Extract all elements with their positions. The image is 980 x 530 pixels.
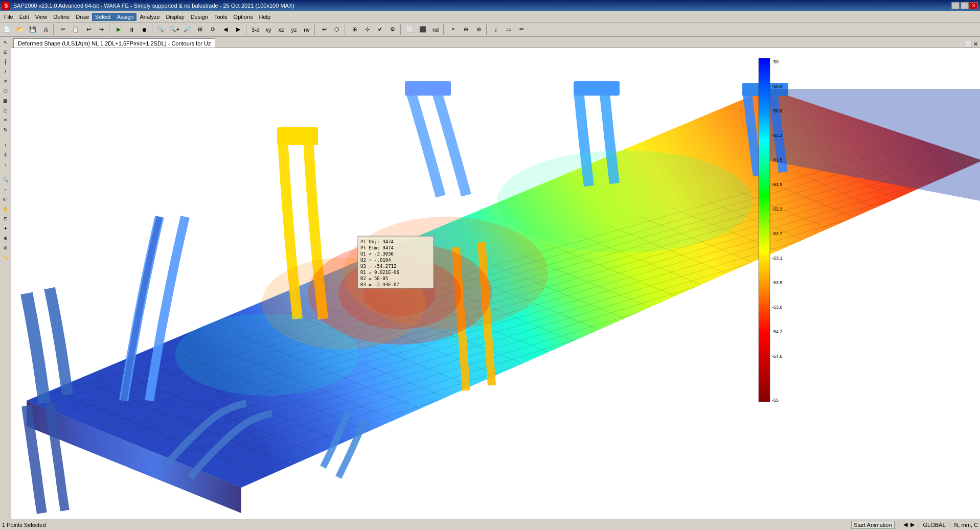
tool-scroll[interactable]: ⇕	[1, 150, 10, 159]
toolbar-xy[interactable]: xy	[262, 24, 275, 35]
info-popup[interactable]: Pt Obj: 9474 Pt Elm: 9474 U1 = -3.3036 U…	[358, 236, 434, 288]
tool-hand[interactable]: ✋	[1, 204, 10, 214]
svg-text:U1 = -3.3036: U1 = -3.3036	[360, 251, 394, 257]
svg-text:-54.6: -54.6	[772, 354, 783, 359]
tool-poly[interactable]: ⬡	[1, 86, 10, 96]
svg-text:-51.5: -51.5	[772, 157, 783, 163]
svg-rect-62	[405, 81, 451, 96]
toolbar-zoom-in[interactable]: 🔍+	[168, 24, 180, 35]
toolbar-settings[interactable]: ⚙	[386, 24, 399, 35]
menu-file[interactable]: File	[1, 13, 16, 21]
toolbar-print[interactable]: 🖨	[39, 24, 52, 35]
tool-label[interactable]: 🏷	[1, 195, 10, 204]
toolbar-abs[interactable]: ⊗	[472, 24, 485, 35]
next-frame-icon[interactable]: ▶	[910, 521, 915, 528]
tab-expand-icon[interactable]: ⬜	[965, 41, 972, 48]
tool-rubber[interactable]: ⊡	[1, 214, 10, 223]
tool-inspect[interactable]: 🔍	[1, 175, 10, 185]
status-selected: 1 Points Selected	[2, 522, 46, 528]
tool-scroll-down[interactable]: ↓	[1, 160, 10, 169]
toolbar-copy[interactable]: 📋	[70, 24, 82, 35]
toolbar-snap[interactable]: ⊹	[361, 24, 373, 35]
toolbar-mesh[interactable]: ⬡	[331, 24, 343, 35]
menu-design[interactable]: Design	[188, 13, 211, 21]
toolbar-yz[interactable]: yz	[288, 24, 300, 35]
tool-magic[interactable]: ✦	[1, 224, 10, 233]
tool-crosshair[interactable]: ┼	[1, 57, 10, 66]
menu-options[interactable]: Options	[231, 13, 256, 21]
toolbar-pan-right[interactable]: ▶	[232, 24, 244, 35]
toolbar-shape[interactable]: ▭	[503, 24, 515, 35]
toolbar-zoom-window[interactable]: 🔎	[181, 24, 193, 35]
minimize-button[interactable]: ─	[951, 2, 960, 9]
menu-display[interactable]: Display	[163, 13, 188, 21]
toolbar-movie[interactable]: ⏺	[138, 24, 150, 35]
toolbar-xz[interactable]: xz	[275, 24, 287, 35]
toolbar-stop[interactable]: ⏸	[125, 24, 138, 35]
viz-canvas: Pt Obj: 9474 Pt Elm: 9474 U1 = -3.3036 U…	[11, 48, 980, 519]
menu-analyze[interactable]: Analyze	[136, 13, 163, 21]
toolbar-zoom-fit[interactable]: ⊞	[194, 24, 206, 35]
toolbar-frame[interactable]: ⬛	[417, 24, 429, 35]
menu-define[interactable]: Define	[50, 13, 73, 21]
view-tab-label: Deformed Shape (ULS1A(m) NL 1.2DL+1.5FPm…	[18, 40, 211, 47]
tool-x[interactable]: ✕	[1, 77, 10, 86]
statusbar: 1 Points Selected Start Animation ◀ ▶ GL…	[0, 519, 980, 530]
toolbar-undo2[interactable]: ↩	[318, 24, 330, 35]
tool-rotate[interactable]: ↻	[1, 125, 10, 134]
svg-text:-50: -50	[772, 59, 779, 64]
toolbar-check[interactable]: ✔	[374, 24, 386, 35]
tool-dimension[interactable]: ↔	[1, 185, 10, 194]
toolbar-edit2[interactable]: ✏	[515, 24, 528, 35]
svg-text:R3 = -2.93E-07: R3 = -2.93E-07	[360, 282, 399, 287]
tool-ruler[interactable]: 📏	[1, 253, 10, 262]
toolbar-cut[interactable]: ✂	[57, 24, 69, 35]
tool-snap2[interactable]: ⊕	[1, 234, 10, 243]
menu-draw[interactable]: Draw	[73, 13, 92, 21]
toolbar-rel[interactable]: ⊕	[460, 24, 472, 35]
toolbar-zoom-out[interactable]: 🔍-	[155, 24, 168, 35]
tool-list[interactable]: ≡	[1, 116, 10, 125]
tool-grid2[interactable]: ▦	[1, 96, 10, 105]
menu-assign[interactable]: Assign	[113, 13, 136, 21]
viewport[interactable]: Pt Obj: 9474 Pt Elm: 9474 U1 = -3.3036 U…	[11, 48, 980, 519]
view-tab[interactable]: Deformed Shape (ULS1A(m) NL 1.2DL+1.5FPm…	[13, 38, 215, 48]
svg-text:-55: -55	[772, 398, 779, 403]
toolbar-save[interactable]: 💾	[27, 24, 39, 35]
toolbar-redo[interactable]: ↪	[95, 24, 107, 35]
toolbar-undo[interactable]: ↩	[82, 24, 95, 35]
tool-rect[interactable]: ◻	[1, 106, 10, 115]
toolbar-zoom-prev[interactable]: ⟳	[207, 24, 219, 35]
menu-help[interactable]: Help	[256, 13, 274, 21]
svg-text:-54.2: -54.2	[772, 329, 783, 334]
prev-frame-icon[interactable]: ◀	[903, 521, 907, 528]
menu-edit[interactable]: Edit	[16, 13, 32, 21]
close-button[interactable]: ✕	[970, 2, 978, 9]
tool-eyedrop[interactable]: ⊘	[1, 243, 10, 252]
toolbar-new[interactable]: 📄	[1, 24, 13, 35]
toolbar-3d[interactable]: 3-d	[249, 24, 262, 35]
svg-text:-52.3: -52.3	[772, 206, 783, 212]
toolbar-pan-left[interactable]: ◀	[219, 24, 232, 35]
menu-view[interactable]: View	[32, 13, 51, 21]
toolbar-grid[interactable]: ⊞	[348, 24, 360, 35]
toolbar-run[interactable]: ▶	[112, 24, 125, 35]
toolbar-nv[interactable]: nv	[301, 24, 313, 35]
status-units: N, mm, C	[954, 522, 978, 528]
maximize-button[interactable]: □	[961, 2, 969, 9]
toolbar-height[interactable]: ↕	[490, 24, 502, 35]
tool-line[interactable]: /	[1, 67, 10, 76]
status-animate[interactable]: Start Animation	[851, 521, 895, 529]
menu-tools[interactable]: Tools	[211, 13, 231, 21]
tool-select[interactable]: ⊡	[1, 48, 10, 57]
toolbar-node[interactable]: ⬜	[404, 24, 416, 35]
tool-scroll-up[interactable]: ↑	[1, 141, 10, 150]
tab-bar: Deformed Shape (ULS1A(m) NL 1.2DL+1.5FPm…	[11, 37, 980, 48]
toolbar-open[interactable]: 📂	[14, 24, 26, 35]
menu-select[interactable]: Select	[92, 13, 114, 21]
toolbar-nd[interactable]: nd	[429, 24, 442, 35]
toolbar-coord[interactable]: ⚬	[447, 24, 459, 35]
tool-select-pointer[interactable]: ↖	[1, 38, 10, 47]
canvas-area: Deformed Shape (ULS1A(m) NL 1.2DL+1.5FPm…	[11, 37, 980, 519]
tab-close-icon[interactable]: ✕	[973, 41, 978, 48]
